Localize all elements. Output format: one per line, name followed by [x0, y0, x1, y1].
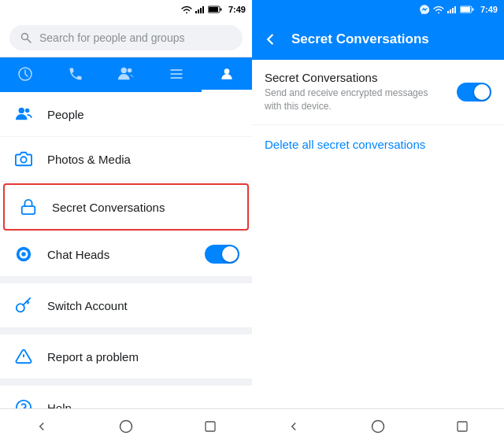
- menu-item-secret[interactable]: Secret Conversations: [3, 183, 249, 231]
- left-panel: 7:49 Search for people and groups: [0, 0, 252, 443]
- secret-toggle-switch[interactable]: [457, 83, 491, 102]
- svg-rect-41: [458, 422, 467, 431]
- search-placeholder: Search for people and groups: [39, 31, 184, 44]
- menu-label-secret: Secret Conversations: [52, 201, 235, 214]
- tab-recent[interactable]: [0, 57, 50, 92]
- svg-rect-39: [461, 7, 470, 12]
- messenger-icon-status: [419, 4, 430, 15]
- tab-calls[interactable]: [50, 57, 101, 92]
- menu-item-photos[interactable]: Photos & Media: [0, 137, 252, 182]
- delete-all-row[interactable]: Delete all secret conversations: [252, 125, 504, 164]
- menu-list: People Photos & Media Secret Conversatio…: [0, 92, 252, 408]
- back-button-header[interactable]: [261, 31, 279, 48]
- svg-point-18: [20, 157, 26, 162]
- tab-list[interactable]: [151, 57, 202, 92]
- svg-rect-19: [22, 206, 35, 214]
- divider-2: [0, 328, 252, 334]
- setting-title-secret: Secret Conversations: [265, 71, 447, 84]
- tab-groups[interactable]: [101, 57, 151, 92]
- search-icon: [20, 32, 32, 43]
- menu-label-people: People: [47, 108, 239, 121]
- battery-icon: [208, 6, 222, 13]
- home-button-left[interactable]: [110, 411, 142, 442]
- menu-item-chatheads[interactable]: Chat Heads: [0, 232, 252, 277]
- recents-button-right[interactable]: [447, 411, 478, 442]
- bottom-bar-left: [0, 408, 252, 443]
- wifi-icon: [181, 6, 192, 13]
- time-right: 7:49: [480, 5, 498, 14]
- setting-desc-secret: Send and receive encrypted messages with…: [265, 87, 447, 113]
- menu-item-switch[interactable]: Switch Account: [0, 283, 252, 328]
- header-right: Secret Conversations: [252, 19, 504, 60]
- search-input-container[interactable]: Search for people and groups: [9, 25, 243, 50]
- key-icon: [13, 294, 35, 316]
- menu-label-report: Report a problem: [47, 350, 239, 364]
- divider-3: [0, 379, 252, 386]
- lock-icon: [17, 196, 39, 218]
- svg-point-16: [19, 108, 24, 113]
- svg-rect-0: [195, 11, 197, 13]
- status-bar-left: 7:49: [0, 0, 252, 19]
- right-panel: 7:49 Secret Conversations Secret Convers…: [252, 0, 504, 443]
- header-title: Secret Conversations: [291, 31, 495, 47]
- divider-1: [0, 277, 252, 283]
- help-icon: [13, 397, 35, 408]
- signal-icon-right: [447, 6, 457, 13]
- battery-icon-right: [460, 6, 474, 13]
- svg-point-10: [121, 67, 127, 72]
- svg-rect-34: [450, 9, 451, 13]
- svg-rect-6: [209, 7, 218, 12]
- menu-label-help: Help: [47, 401, 239, 409]
- chatheads-toggle[interactable]: [205, 245, 239, 264]
- svg-rect-1: [198, 9, 199, 13]
- svg-rect-2: [200, 8, 202, 13]
- setting-info-secret: Secret Conversations Send and receive en…: [265, 71, 447, 113]
- menu-item-report[interactable]: Report a problem: [0, 334, 252, 379]
- svg-rect-5: [220, 9, 221, 11]
- time-left: 7:49: [228, 5, 246, 14]
- bottom-bar-right: [252, 408, 504, 443]
- svg-rect-36: [454, 6, 456, 13]
- menu-label-photos: Photos & Media: [47, 153, 239, 166]
- people-icon: [13, 103, 35, 125]
- menu-label-switch: Switch Account: [47, 299, 239, 312]
- nav-tabs: [0, 57, 252, 92]
- camera-icon: [13, 148, 35, 170]
- svg-point-15: [224, 68, 230, 74]
- svg-point-40: [372, 420, 384, 432]
- svg-point-17: [25, 109, 30, 113]
- back-button-right[interactable]: [278, 411, 309, 442]
- menu-label-chatheads: Chat Heads: [47, 248, 192, 261]
- menu-item-people[interactable]: People: [0, 92, 252, 137]
- chatheads-icon: [13, 243, 35, 265]
- svg-point-31: [120, 420, 132, 432]
- tab-profile[interactable]: [202, 57, 252, 92]
- svg-rect-35: [452, 8, 454, 13]
- svg-rect-38: [472, 9, 473, 11]
- home-button-right[interactable]: [362, 411, 394, 442]
- search-bar: Search for people and groups: [0, 19, 252, 57]
- recents-button-left[interactable]: [195, 411, 226, 442]
- signal-icon: [195, 6, 205, 13]
- wifi-icon-right: [433, 6, 444, 13]
- warning-icon: [13, 345, 35, 367]
- svg-point-11: [128, 68, 132, 72]
- delete-all-label: Delete all secret conversations: [265, 138, 425, 151]
- chatheads-toggle-switch[interactable]: [205, 245, 239, 264]
- menu-item-help[interactable]: Help: [0, 386, 252, 408]
- svg-line-8: [28, 39, 32, 43]
- setting-row-secret: Secret Conversations Send and receive en…: [252, 60, 504, 125]
- status-bar-right: 7:49: [252, 0, 504, 19]
- svg-point-22: [21, 252, 26, 257]
- svg-rect-32: [206, 422, 215, 431]
- back-button-left[interactable]: [26, 411, 57, 442]
- content-right: Secret Conversations Send and receive en…: [252, 60, 504, 408]
- svg-rect-33: [447, 11, 449, 13]
- svg-rect-3: [202, 6, 204, 13]
